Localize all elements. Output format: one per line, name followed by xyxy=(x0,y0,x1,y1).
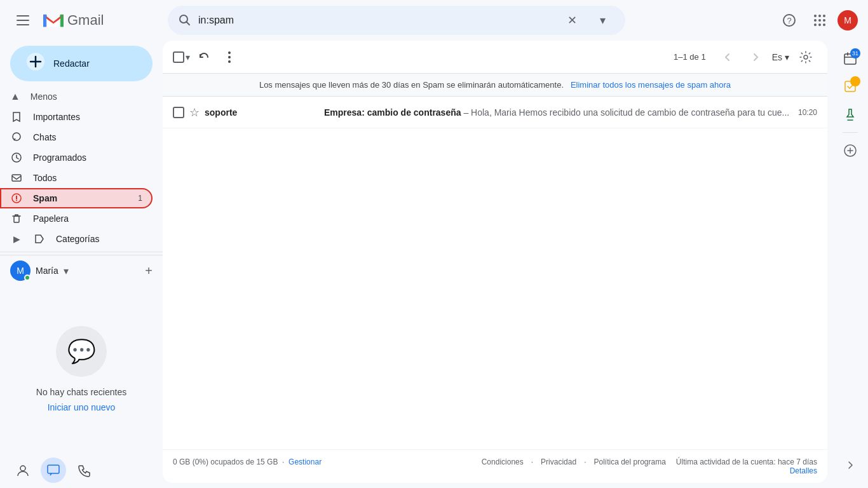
email-checkbox[interactable] xyxy=(173,107,184,118)
search-input[interactable] xyxy=(198,15,554,26)
footer-privacy-link[interactable]: Privacidad xyxy=(541,458,576,475)
svg-point-16 xyxy=(814,19,817,22)
user-dropdown-button[interactable]: ▾ xyxy=(64,265,69,277)
svg-rect-27 xyxy=(12,175,21,181)
start-new-chat-link[interactable]: Iniciar uno nuevo xyxy=(48,402,116,412)
last-activity-label: Última actividad de la cuenta: hace 7 dí… xyxy=(676,458,817,466)
trash-icon xyxy=(10,213,23,224)
bookmark-icon xyxy=(10,111,23,123)
footer: 0 GB (0%) ocupados de 15 GB · Gestionar … xyxy=(163,449,827,483)
svg-rect-0 xyxy=(17,15,29,17)
compose-button[interactable]: Redactar xyxy=(10,46,153,81)
add-panel-button[interactable] xyxy=(837,138,863,163)
svg-point-36 xyxy=(228,60,231,63)
sidebar-divider-1 xyxy=(0,252,163,252)
pagination-info: 1–1 de 1 xyxy=(674,52,706,62)
keep-panel-button[interactable] xyxy=(837,102,863,127)
sidebar-item-spam[interactable]: Spam 1 xyxy=(0,188,153,208)
email-content: Empresa: cambio de contraseña – Hola, Ma… xyxy=(324,107,793,118)
language-button[interactable]: Es ▾ xyxy=(772,52,789,62)
email-preview: – Hola, Maria Hemos recibido una solicit… xyxy=(463,107,789,118)
gmail-logo: Gmail xyxy=(43,12,104,29)
chat-bubble-button[interactable] xyxy=(41,458,66,483)
search-clear-button[interactable]: ✕ xyxy=(562,10,582,30)
sidebar-item-importantes-label: Importantes xyxy=(33,112,142,122)
svg-point-18 xyxy=(823,19,825,22)
svg-point-32 xyxy=(20,466,25,471)
next-page-button[interactable] xyxy=(744,46,767,69)
table-row[interactable]: ☆ soporte Empresa: cambio de contraseña … xyxy=(163,97,827,128)
svg-point-14 xyxy=(818,15,821,17)
phone-button[interactable] xyxy=(71,458,97,483)
sidebar: Redactar ▲ Menos Importantes Ch xyxy=(0,41,163,488)
sidebar-user-section: M María ▾ + xyxy=(0,255,163,286)
tasks-panel-button[interactable] xyxy=(837,74,863,99)
right-panel-divider xyxy=(843,132,858,133)
more-options-button[interactable] xyxy=(218,46,241,69)
label-icon xyxy=(33,233,46,245)
select-all-container: ▾ xyxy=(173,51,190,63)
account-avatar-button[interactable]: M xyxy=(837,10,858,30)
contacts-button[interactable] xyxy=(10,458,36,483)
svg-point-17 xyxy=(818,19,821,22)
svg-point-35 xyxy=(228,56,231,58)
footer-program-policy-link[interactable]: Política del programa xyxy=(593,458,665,475)
email-toolbar: ▾ 1–1 de 1 xyxy=(163,41,827,74)
settings-button[interactable] xyxy=(794,46,817,69)
svg-rect-8 xyxy=(60,15,64,27)
search-bar: ✕ ▾ xyxy=(168,6,625,35)
spam-banner: Los mensajes que lleven más de 30 días e… xyxy=(163,74,827,97)
tasks-badge xyxy=(850,76,860,86)
sidebar-bottom-icons xyxy=(0,452,163,488)
search-icon xyxy=(178,13,191,28)
select-all-checkbox[interactable] xyxy=(173,51,184,63)
user-avatar: M xyxy=(10,261,31,281)
svg-point-34 xyxy=(228,51,231,54)
compose-label: Redactar xyxy=(53,58,90,69)
manage-storage-link[interactable]: Gestionar xyxy=(288,458,322,466)
svg-rect-33 xyxy=(48,465,59,473)
svg-rect-1 xyxy=(17,20,29,21)
refresh-button[interactable] xyxy=(193,46,215,69)
sidebar-item-papelera-label: Papelera xyxy=(33,214,142,224)
prev-page-button[interactable] xyxy=(716,46,739,69)
chat-bubble-icon: 💬 xyxy=(56,326,107,377)
svg-rect-7 xyxy=(43,15,46,27)
activity-details-link[interactable]: Detalles xyxy=(790,466,817,475)
add-account-button[interactable]: + xyxy=(145,264,153,278)
apps-button[interactable] xyxy=(807,8,832,33)
sidebar-item-spam-label: Spam xyxy=(33,193,128,203)
chat-section: 💬 No hay chats recientes Iniciar uno nue… xyxy=(0,286,163,452)
sidebar-item-todos[interactable]: Todos xyxy=(0,168,153,188)
expand-icon: ▶ xyxy=(10,234,23,244)
sidebar-item-papelera[interactable]: Papelera xyxy=(0,208,153,229)
app-name-label: Gmail xyxy=(67,12,104,29)
help-button[interactable]: ? xyxy=(776,8,802,33)
sidebar-item-chats[interactable]: Chats xyxy=(0,127,153,147)
warning-icon xyxy=(10,193,23,204)
sidebar-item-programados[interactable]: Programados xyxy=(0,147,153,168)
sidebar-section-menos[interactable]: ▲ Menos xyxy=(0,86,163,107)
svg-point-37 xyxy=(804,55,808,59)
toolbar-left: ▾ xyxy=(173,46,241,69)
email-star-icon[interactable]: ☆ xyxy=(189,105,200,119)
search-filter-button[interactable]: ▾ xyxy=(590,8,615,33)
chat-no-recent-label: No hay chats recientes xyxy=(36,387,126,397)
menu-button[interactable] xyxy=(10,8,36,33)
footer-links: Condiciones · Privacidad · Política del … xyxy=(482,458,666,475)
calendar-panel-button[interactable]: 31 xyxy=(837,46,863,71)
delete-all-spam-link[interactable]: Eliminar todos los mensajes de spam ahor… xyxy=(571,80,731,90)
footer-terms-link[interactable]: Condiciones xyxy=(482,458,524,475)
sidebar-item-categorias[interactable]: ▶ Categorías xyxy=(0,229,153,249)
svg-point-21 xyxy=(823,24,825,26)
content-area: ▾ 1–1 de 1 xyxy=(163,41,827,483)
select-all-chevron[interactable]: ▾ xyxy=(186,52,190,62)
topbar-right: ? M xyxy=(776,8,858,33)
footer-storage-section: 0 GB (0%) ocupados de 15 GB · Gestionar xyxy=(173,458,471,475)
sidebar-item-importantes[interactable]: Importantes xyxy=(0,107,153,127)
collapse-panel-button[interactable] xyxy=(837,452,863,478)
user-name-label: María xyxy=(36,266,58,276)
chat-icon xyxy=(10,132,23,143)
calendar-badge: 31 xyxy=(850,48,860,58)
right-panel: 31 xyxy=(832,41,868,488)
